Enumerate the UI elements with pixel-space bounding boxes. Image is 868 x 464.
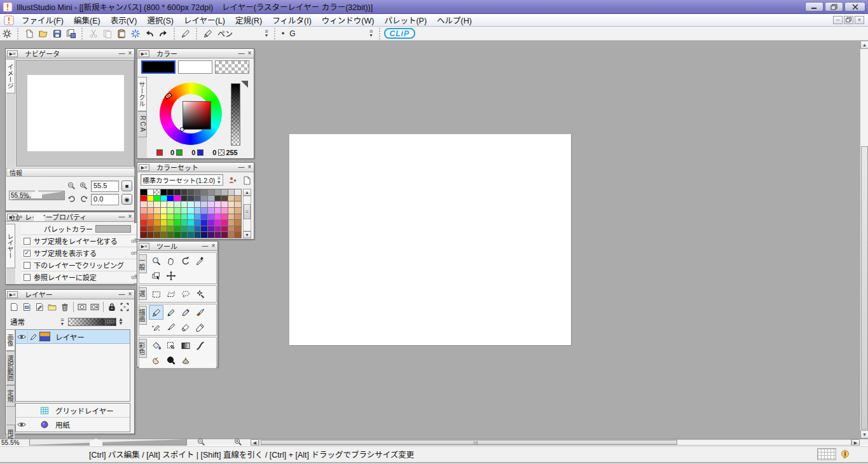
bottom-zoom-thumb[interactable] (90, 439, 102, 446)
color-swatch-r4c8[interactable] (195, 214, 201, 220)
panel-close-button[interactable]: × (245, 163, 254, 172)
color-swatch-r7c1[interactable] (148, 232, 154, 238)
color-swatch-r0c1[interactable] (148, 189, 154, 195)
color-swatch-r1c9[interactable] (201, 196, 207, 201)
color-swatch-r2c12[interactable] (221, 201, 228, 207)
panel-minimize-button[interactable]: — (118, 50, 126, 58)
new-file-button[interactable] (22, 27, 36, 40)
zoom-in-button[interactable] (78, 182, 89, 191)
color-swatch-r4c10[interactable] (208, 214, 214, 220)
brush-tool-button[interactable] (193, 305, 207, 320)
color-swatch-r6c9[interactable] (201, 226, 207, 232)
color-swatch-r2c9[interactable] (201, 201, 207, 207)
color-swatch-r3c4[interactable] (167, 208, 174, 214)
color-swatch-r3c13[interactable] (228, 208, 235, 214)
color-swatch-r7c14[interactable] (235, 232, 241, 238)
trash-button[interactable] (59, 301, 71, 313)
color-swatch-r6c10[interactable] (208, 226, 214, 232)
color-swatch-r4c2[interactable] (154, 214, 160, 220)
vscroll-down-arrow[interactable]: ▼ (860, 430, 868, 439)
restore-button[interactable] (825, 2, 843, 11)
color-swatch-r0c8[interactable] (195, 189, 201, 195)
layer-editing-pen-icon[interactable] (27, 332, 39, 342)
color-swatch-r4c11[interactable] (215, 214, 221, 220)
panel-menu-icon[interactable]: ▶≡ (7, 291, 18, 298)
menu-item-1[interactable]: 編集(E) (69, 13, 106, 27)
color-swatch-r1c7[interactable] (188, 196, 194, 201)
grid-layer-row[interactable]: グリッドレイヤー (16, 404, 130, 418)
color-swatch-r7c0[interactable] (141, 232, 147, 238)
paste-button[interactable] (114, 27, 128, 40)
color-swatch-r7c2[interactable] (154, 232, 160, 238)
paper-row[interactable]: 用紙 (16, 418, 130, 432)
color-swatch-r1c14[interactable] (235, 196, 241, 201)
color-swatch-r7c11[interactable] (215, 232, 221, 238)
color-swatch-r3c14[interactable] (235, 208, 241, 214)
rotate-cw-button[interactable] (78, 195, 89, 204)
layer-new-button[interactable] (8, 301, 20, 313)
zoom-reset-button[interactable]: ■ (121, 181, 132, 191)
color-swatch-r1c8[interactable] (195, 196, 201, 201)
color-swatch-r4c13[interactable] (228, 214, 235, 220)
color-tab-rca[interactable]: RCA (138, 111, 147, 137)
color-swatch-r4c6[interactable] (181, 214, 188, 220)
opacity-slider[interactable]: 100 (68, 318, 116, 326)
saturation-value-square[interactable] (183, 101, 211, 130)
color-swatch-r1c12[interactable] (221, 196, 228, 201)
color-swatch-r5c0[interactable] (141, 220, 147, 226)
color-swatch-r5c2[interactable] (154, 220, 160, 226)
menu-item-9[interactable]: ヘルプ(H) (432, 13, 477, 27)
panel-minimize-button[interactable]: — (237, 50, 245, 58)
pen-edit-button[interactable] (179, 27, 193, 40)
color-swatch-r1c0[interactable] (141, 196, 147, 201)
deco-pen-tool-button[interactable] (149, 320, 163, 334)
color-swatch-r3c6[interactable] (181, 208, 188, 214)
rotate-ccw-button[interactable] (66, 195, 77, 204)
color-swatch-r2c0[interactable] (141, 201, 147, 207)
panel-close-button[interactable]: × (245, 50, 254, 58)
palette-color-swatch[interactable] (95, 225, 131, 233)
move-tool-button[interactable] (163, 268, 178, 283)
layer-select-tool-button[interactable] (149, 268, 163, 283)
color-swatch-r0c7[interactable] (188, 189, 194, 195)
layer-visible-eye-icon[interactable] (16, 332, 27, 342)
dark-zoom-tool-button[interactable] (163, 353, 178, 367)
brush-group-dropdown[interactable]: ≡▼ (367, 29, 376, 38)
fine-brush-tool-button[interactable] (163, 320, 178, 334)
panel-close-button[interactable]: × (126, 290, 134, 299)
color-swatch-r4c7[interactable] (188, 214, 194, 220)
color-swatch-r3c10[interactable] (208, 208, 214, 214)
colorset-selector[interactable]: 標準カラーセット(1.2.0) ≡▼ (141, 174, 223, 186)
color-swatch-r5c1[interactable] (148, 220, 154, 226)
navigator-tab-image[interactable]: イメージ (6, 59, 15, 93)
enclose-fill-tool-button[interactable] (163, 338, 178, 353)
color-swatch-r0c12[interactable] (221, 189, 228, 195)
rect-select-tool-button[interactable] (149, 287, 163, 301)
color-swatch-r5c8[interactable] (195, 220, 201, 226)
menu-item-3[interactable]: 選択(S) (142, 13, 179, 27)
checkbox-checked-icon[interactable]: ✓ (24, 250, 31, 257)
panel-menu-icon[interactable]: ▶≡ (7, 50, 18, 57)
color-swatch-r2c14[interactable] (235, 201, 241, 207)
menu-item-2[interactable]: 表示(V) (106, 13, 142, 27)
color-swatch-r6c0[interactable] (141, 226, 147, 232)
color-swatch-r5c4[interactable] (167, 220, 174, 226)
menu-item-6[interactable]: フィルタ(I) (267, 13, 317, 27)
color-swatch-r3c12[interactable] (221, 208, 228, 214)
magic-wand-tool-button[interactable] (193, 287, 207, 301)
color-swatch-r3c2[interactable] (154, 208, 160, 214)
color-swatch-r7c10[interactable] (208, 232, 214, 238)
color-swatch-r1c5[interactable] (174, 196, 181, 201)
panel-menu-icon[interactable]: ▶≡ (139, 243, 149, 250)
color-swatch-r6c3[interactable] (161, 226, 167, 232)
color-swatch-r6c1[interactable] (148, 226, 154, 232)
color-swatch-r1c2[interactable] (154, 196, 160, 201)
color-swatch-r0c2[interactable] (154, 189, 160, 195)
checkbox-icon[interactable] (24, 274, 31, 281)
cut-button[interactable] (86, 27, 100, 40)
mdi-close-button[interactable]: × (855, 16, 864, 24)
menu-item-7[interactable]: ウィンドウ(W) (317, 13, 380, 27)
color-swatch-r0c5[interactable] (174, 189, 181, 195)
color-swatch-r5c3[interactable] (161, 220, 167, 226)
color-swatch-r5c13[interactable] (228, 220, 235, 226)
